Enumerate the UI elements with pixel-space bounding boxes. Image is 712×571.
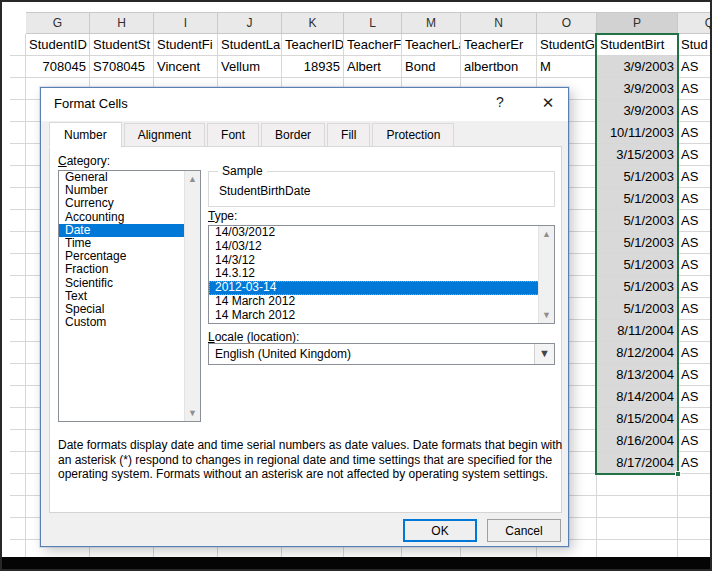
sheet-cell[interactable]: AS	[678, 122, 712, 144]
sheet-cell[interactable]: 8/17/2004	[597, 452, 678, 474]
sheet-cell[interactable]: AS	[678, 188, 712, 210]
sheet-cell[interactable]: AS	[678, 320, 712, 342]
sheet-cell[interactable]	[678, 496, 712, 518]
sheet-cell[interactable]: 3/9/2003	[597, 56, 678, 78]
sheet-cell[interactable]	[10, 474, 26, 496]
sheet-cell[interactable]: 18935	[282, 56, 344, 78]
sheet-cell[interactable]	[10, 452, 26, 474]
dialog-titlebar[interactable]: Format Cells ? ✕	[41, 88, 568, 121]
column-header-H[interactable]: H	[90, 12, 154, 34]
sheet-cell[interactable]: 5/1/2003	[597, 166, 678, 188]
sheet-cell[interactable]: 8/12/2004	[597, 342, 678, 364]
column-header-M[interactable]: M	[402, 12, 461, 34]
close-icon[interactable]: ✕	[535, 94, 561, 114]
sheet-cell[interactable]	[10, 386, 26, 408]
sheet-cell[interactable]: 5/1/2003	[597, 254, 678, 276]
sheet-cell[interactable]	[10, 122, 26, 144]
column-header-P[interactable]: P	[597, 12, 678, 34]
sheet-cell[interactable]: AS	[678, 452, 712, 474]
sheet-cell[interactable]: TeacherFi	[344, 34, 402, 56]
column-header-K[interactable]: K	[282, 12, 344, 34]
sheet-cell[interactable]: Vincent	[154, 56, 218, 78]
type-item[interactable]: 14/3/12	[209, 254, 554, 268]
sheet-cell[interactable]	[597, 474, 678, 496]
sheet-cell[interactable]: 3/15/2003	[597, 144, 678, 166]
sheet-cell[interactable]: 5/1/2003	[597, 188, 678, 210]
type-item[interactable]: 14/03/2012	[209, 226, 554, 240]
sheet-cell[interactable]: TeacherID	[282, 34, 344, 56]
type-item[interactable]: 2012-03-14	[209, 281, 554, 295]
sheet-cell[interactable]: albertbon	[461, 56, 537, 78]
sheet-cell[interactable]: AS	[678, 78, 712, 100]
cancel-button[interactable]: Cancel	[487, 519, 561, 542]
sheet-cell[interactable]: AS	[678, 210, 712, 232]
scroll-up-icon[interactable]: ▲	[539, 227, 554, 241]
sheet-cell[interactable]: AS	[678, 232, 712, 254]
locale-dropdown[interactable]: English (United Kingdom) ▼	[208, 343, 555, 365]
sheet-cell[interactable]	[10, 188, 26, 210]
sheet-cell[interactable]: AS	[678, 276, 712, 298]
sheet-cell[interactable]	[10, 342, 26, 364]
sheet-cell[interactable]: AS	[678, 298, 712, 320]
sheet-cell[interactable]: 3/9/2003	[597, 78, 678, 100]
sheet-cell[interactable]	[678, 474, 712, 496]
sheet-cell[interactable]: StudentBirt	[597, 34, 678, 56]
sheet-cell[interactable]: Stud	[678, 34, 712, 56]
column-header-J[interactable]: J	[218, 12, 282, 34]
sheet-cell[interactable]	[10, 496, 26, 518]
sheet-cell[interactable]: TeacherLa	[402, 34, 461, 56]
tab-number[interactable]: Number	[49, 122, 122, 148]
sheet-cell[interactable]	[10, 430, 26, 452]
scroll-down-icon[interactable]: ▼	[539, 308, 554, 322]
sheet-cell[interactable]	[10, 166, 26, 188]
column-header-N[interactable]: N	[461, 12, 537, 34]
type-item[interactable]: 14/03/12	[209, 240, 554, 254]
sheet-cell[interactable]: M	[537, 56, 597, 78]
sheet-cell[interactable]: StudentLa	[218, 34, 282, 56]
sheet-cell[interactable]: AS	[678, 408, 712, 430]
type-listbox[interactable]: 14/03/201214/03/1214/3/1214.3.122012-03-…	[208, 225, 555, 324]
sheet-cell[interactable]: 8/13/2004	[597, 364, 678, 386]
ok-button[interactable]: OK	[403, 519, 477, 542]
category-item-currency[interactable]: Currency	[59, 197, 200, 210]
sheet-cell[interactable]: TeacherEr	[461, 34, 537, 56]
sheet-cell[interactable]	[10, 298, 26, 320]
sheet-cell[interactable]	[10, 364, 26, 386]
sheet-cell[interactable]: AS	[678, 166, 712, 188]
tab-border[interactable]: Border	[261, 123, 325, 147]
sheet-cell[interactable]	[10, 34, 26, 56]
category-scrollbar[interactable]: ▲ ▼	[184, 171, 200, 421]
sheet-cell[interactable]: AS	[678, 144, 712, 166]
sheet-cell[interactable]: 8/16/2004	[597, 430, 678, 452]
sheet-cell[interactable]: AS	[678, 100, 712, 122]
sheet-cell[interactable]: 10/11/2003	[597, 122, 678, 144]
sheet-cell[interactable]: 8/14/2004	[597, 386, 678, 408]
sheet-cell[interactable]	[10, 518, 26, 540]
help-icon[interactable]: ?	[487, 94, 513, 114]
sheet-cell[interactable]: Albert	[344, 56, 402, 78]
sheet-cell[interactable]	[10, 276, 26, 298]
sheet-cell[interactable]: StudentID	[26, 34, 90, 56]
sheet-cell[interactable]: 5/1/2003	[597, 232, 678, 254]
category-listbox[interactable]: GeneralNumberCurrencyAccountingDateTimeP…	[58, 170, 201, 422]
sheet-cell[interactable]: AS	[678, 430, 712, 452]
type-item[interactable]: 14 March 2012	[209, 309, 554, 323]
sheet-cell[interactable]: S708045	[90, 56, 154, 78]
category-item-custom[interactable]: Custom	[59, 316, 200, 329]
sheet-cell[interactable]	[597, 496, 678, 518]
sheet-cell[interactable]: StudentFi	[154, 34, 218, 56]
sheet-cell[interactable]: AS	[678, 386, 712, 408]
tab-protection[interactable]: Protection	[372, 123, 454, 147]
sheet-cell[interactable]	[10, 408, 26, 430]
sheet-cell[interactable]	[10, 320, 26, 342]
category-item-fraction[interactable]: Fraction	[59, 263, 200, 276]
category-item-accounting[interactable]: Accounting	[59, 211, 200, 224]
sheet-cell[interactable]: 3/9/2003	[597, 100, 678, 122]
sheet-cell[interactable]: 5/1/2003	[597, 298, 678, 320]
sheet-cell[interactable]: 708045	[26, 56, 90, 78]
tab-fill[interactable]: Fill	[327, 123, 370, 147]
column-header-I[interactable]: I	[154, 12, 218, 34]
category-item-scientific[interactable]: Scientific	[59, 277, 200, 290]
chevron-down-icon[interactable]: ▼	[534, 344, 554, 364]
column-header-Q[interactable]: Q	[678, 12, 712, 34]
